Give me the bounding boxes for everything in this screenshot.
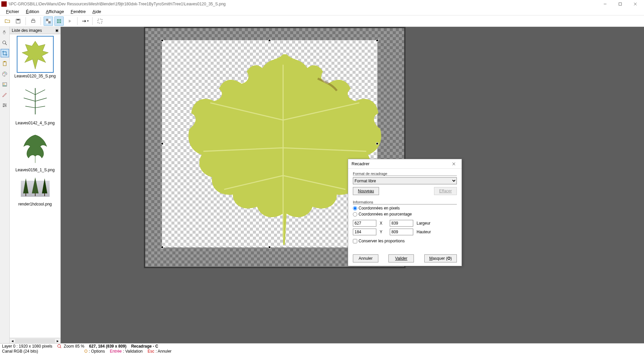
toolbar-separator — [41, 17, 41, 25]
svg-point-32 — [5, 105, 6, 106]
menu-view[interactable]: Affichage — [43, 8, 67, 15]
svg-marker-46 — [42, 178, 47, 193]
svg-point-30 — [3, 103, 4, 104]
svg-rect-23 — [4, 61, 6, 62]
fullscreen-button[interactable] — [95, 16, 105, 26]
main-toolbar: ▾ — [0, 15, 644, 27]
sliders-tool[interactable] — [1, 101, 9, 109]
scroll-right-icon[interactable]: ▸ — [55, 339, 60, 343]
svg-point-34 — [3, 106, 4, 107]
svg-line-39 — [35, 98, 47, 101]
crop-handle[interactable] — [161, 246, 163, 248]
pin-icon[interactable]: ▣ — [55, 28, 58, 32]
svg-point-28 — [3, 83, 4, 84]
thumbnail-item[interactable]: Leaves0156_1_S.png — [11, 130, 59, 172]
menu-window[interactable]: Fenêtre — [67, 8, 89, 15]
print-button[interactable] — [29, 16, 38, 26]
image-list-panel: Liste des images ▣ Leaves0120_35_S.png L… — [10, 27, 61, 343]
grid-button[interactable] — [54, 16, 64, 26]
svg-marker-18 — [85, 20, 87, 22]
crop-tool[interactable] — [1, 49, 9, 57]
menu-help[interactable]: Aide — [89, 8, 105, 15]
palette-tool[interactable] — [1, 70, 9, 78]
svg-marker-16 — [69, 19, 71, 22]
crop-handle[interactable] — [376, 39, 378, 42]
crop-cancel-button[interactable]: Annuler — [353, 254, 378, 262]
crop-validate-button[interactable]: Valider — [388, 254, 414, 262]
thumbnail-scrollbar[interactable]: ◂ ▸ — [10, 338, 60, 343]
brush-tool[interactable] — [1, 90, 9, 99]
image-list-header[interactable]: Liste des images ▣ — [10, 27, 60, 34]
image-list-title: Liste des images — [12, 28, 42, 33]
vertical-toolbar — [0, 27, 10, 343]
image-list-body[interactable]: Leaves0120_35_S.png Leaves0142_4_S.png L… — [10, 34, 60, 338]
status-channel: Canal RGB (24 bits) — [2, 349, 38, 354]
scroll-track[interactable] — [15, 339, 55, 343]
crop-x-input[interactable] — [353, 220, 376, 227]
clipboard-tool[interactable] — [1, 59, 9, 68]
thumbnail-label: Leaves0156_1_S.png — [11, 168, 59, 172]
hand-tool[interactable] — [1, 28, 9, 37]
toolbar-separator — [25, 17, 26, 25]
toolbar-separator — [92, 17, 93, 25]
zoom-tool[interactable] — [1, 39, 9, 47]
format-section-label: Format de recadrage — [353, 171, 457, 176]
svg-rect-15 — [59, 21, 61, 23]
svg-rect-7 — [32, 19, 34, 20]
svg-line-49 — [60, 347, 61, 348]
scroll-left-icon[interactable]: ◂ — [10, 339, 15, 343]
status-tool: Recadrage - C — [131, 344, 158, 349]
forward-button[interactable]: ▾ — [80, 16, 90, 26]
svg-rect-19 — [98, 19, 102, 23]
dialog-close-button[interactable] — [449, 160, 458, 168]
svg-line-40 — [25, 106, 35, 108]
crop-handle[interactable] — [376, 142, 378, 145]
minimize-button[interactable] — [597, 0, 612, 8]
keep-ratio-checkbox[interactable]: Conserver les proportions — [353, 239, 457, 243]
dialog-titlebar[interactable]: Recadrer — [348, 159, 462, 169]
play-button[interactable] — [65, 16, 74, 26]
svg-rect-12 — [57, 19, 59, 21]
svg-rect-22 — [3, 62, 6, 66]
crop-handle[interactable] — [161, 39, 163, 42]
menu-file[interactable]: Fichier — [3, 8, 22, 15]
svg-line-38 — [23, 98, 35, 101]
svg-rect-5 — [17, 19, 19, 20]
thumbnail-item[interactable]: render1hdcool.png — [11, 177, 59, 206]
thumbnail-label: Leaves0142_4_S.png — [11, 121, 59, 125]
crop-y-input[interactable] — [353, 229, 376, 235]
save-button[interactable] — [13, 16, 23, 26]
open-button[interactable] — [3, 16, 12, 26]
crop-selection[interactable] — [162, 40, 377, 247]
image-tool[interactable] — [1, 80, 9, 88]
status-key-esc: Esc — [148, 349, 154, 354]
maximize-button[interactable] — [612, 0, 628, 8]
svg-line-37 — [35, 90, 45, 95]
crop-w-input[interactable] — [390, 220, 413, 227]
svg-rect-9 — [48, 21, 51, 23]
app-icon — [1, 1, 7, 7]
menu-edit[interactable]: Édition — [22, 8, 43, 15]
svg-rect-43 — [25, 193, 26, 196]
crop-clear-button: Effacer — [434, 187, 457, 195]
crop-handle[interactable] — [161, 142, 163, 145]
close-button[interactable] — [628, 0, 643, 8]
coord-pixels-radio[interactable]: Coordonnées en pixels — [353, 206, 457, 210]
status-key-o: O — [84, 349, 87, 354]
svg-rect-11 — [46, 21, 48, 23]
checker-button[interactable] — [44, 16, 53, 26]
status-layer: Layer 0 : 644 x 362 pixels — [2, 344, 52, 349]
svg-rect-13 — [59, 19, 61, 21]
zoom-icon — [57, 344, 62, 349]
thumbnail-item[interactable]: Leaves0142_4_S.png — [11, 83, 59, 125]
crop-hide-button[interactable]: Masquer (O) — [424, 254, 457, 262]
crop-format-select[interactable]: Format libre — [353, 177, 457, 184]
thumbnail-item[interactable]: Leaves0120_35_S.png — [11, 36, 59, 78]
crop-new-button[interactable]: Nouveau — [353, 187, 379, 195]
crop-h-input[interactable] — [390, 229, 413, 235]
crop-handle[interactable] — [268, 246, 271, 248]
crop-handle[interactable] — [268, 39, 271, 42]
status-position: 627, 184 (839 x 809) — [89, 344, 126, 349]
coord-percent-radio[interactable]: Coordonnées en pourcentage — [353, 212, 457, 217]
svg-line-36 — [25, 90, 35, 95]
